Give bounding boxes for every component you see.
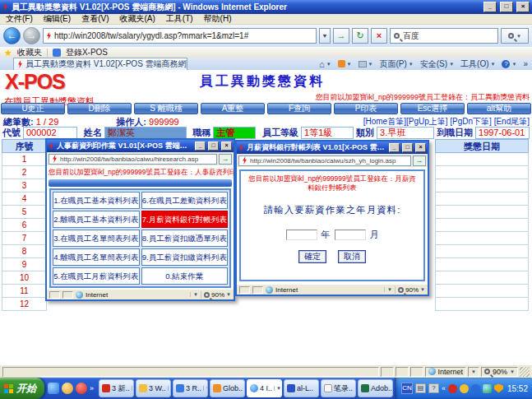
popup1-minimize-button[interactable]: _ (195, 142, 206, 151)
help-tray-icon[interactable]: ? (428, 383, 439, 393)
table-cell-empty[interactable] (435, 166, 529, 179)
quicklaunch-overflow-chevron[interactable]: » (90, 384, 94, 392)
table-row[interactable]: 4 (2, 193, 47, 206)
back-button[interactable]: ← (3, 27, 21, 44)
table-row[interactable]: 6 (2, 219, 47, 232)
table-cell-empty[interactable] (435, 245, 529, 258)
table-cell-empty[interactable] (435, 258, 529, 271)
taskbar-item-adobe[interactable]: Adob.. (358, 379, 393, 397)
query-button[interactable]: F查詢 (267, 103, 331, 114)
menu-item-5[interactable]: 5.在職員工月薪資料列表 (53, 267, 140, 285)
resigned-file-button[interactable]: S 離職檔 (134, 103, 198, 114)
taskbar-group-new[interactable]: 3 新..▼ (99, 379, 134, 397)
menu-item-2[interactable]: 2.離職員工基本資料列表 (53, 211, 140, 228)
table-row[interactable]: 10 (2, 271, 47, 285)
table-cell-empty[interactable] (435, 179, 529, 193)
esc-select-button[interactable]: Esc選擇 (400, 103, 465, 114)
table-cell-empty[interactable] (435, 193, 529, 206)
stop-button[interactable]: × (371, 28, 387, 44)
baidu-tray-icon[interactable] (471, 384, 480, 393)
popup2-address-field[interactable]: http://win2008/tw/banbiao/caiwu/szh_yh_l… (238, 155, 411, 166)
name-field[interactable]: 鄭潔英 (104, 127, 187, 139)
popup2-go-button[interactable]: → (413, 155, 426, 166)
home-button[interactable]: ⌂▼ (319, 59, 331, 69)
minimize-button[interactable]: _ (483, 2, 497, 12)
security-shield-tray-icon[interactable] (494, 384, 503, 393)
network-tray-icon[interactable] (483, 384, 492, 393)
maximize-button[interactable]: □ (500, 2, 513, 12)
search-button[interactable]: ▼ (501, 28, 529, 44)
messenger-quicklaunch-icon[interactable] (62, 383, 73, 394)
print-button[interactable]: ▼ (359, 61, 373, 67)
protected-mode-segment[interactable]: ▼ (190, 292, 198, 297)
table-row[interactable]: 11 (2, 285, 47, 298)
go-button[interactable]: → (333, 28, 349, 44)
feeds-button[interactable]: ▼ (338, 60, 352, 67)
toolbar-overflow-button[interactable]: » (523, 59, 528, 68)
safety-menu-button[interactable]: 安全(S)▼ (420, 58, 454, 70)
table-row[interactable]: 2 (2, 166, 47, 179)
address-bar[interactable]: http://win2008/tw/salary/ygydl.asp?mmark… (43, 28, 317, 44)
menu-item-7-selected[interactable]: 7.月薪資料銀行對帳列表 (141, 211, 229, 228)
tray-collapse-chevron[interactable]: « (442, 384, 446, 392)
search-input[interactable]: 百度 (390, 28, 498, 44)
popup1-address-field[interactable]: http://win2008/tw/banbiao/caiwu/hiresear… (49, 154, 217, 165)
start-button[interactable]: 开始 (0, 378, 44, 399)
menu-file[interactable]: 文件(F) (6, 13, 33, 25)
table-row[interactable]: 1 (2, 153, 47, 166)
table-cell-empty[interactable] (435, 206, 529, 219)
update-button[interactable]: U更正 (1, 103, 65, 114)
favorites-label[interactable]: 收藏夹 (17, 47, 42, 58)
taskbar-item-al[interactable]: al-L.. (284, 379, 319, 397)
ok-button[interactable]: 確定 (298, 250, 326, 263)
zoom-control[interactable]: 90% ▼ (481, 367, 518, 377)
tools-menu-button[interactable]: 工具(O)▼ (460, 58, 495, 70)
menu-edit[interactable]: 编辑(E) (44, 13, 71, 25)
menu-item-4[interactable]: 4.離職員工名單簡表列表 (53, 248, 140, 266)
taskbar-item-global[interactable]: Glob.. (210, 379, 245, 397)
taskbar-item-notes[interactable]: 笔录.. (321, 379, 356, 397)
title-field[interactable]: 主管 (213, 127, 256, 139)
year-input[interactable] (286, 230, 317, 240)
menu-item-8[interactable]: 8.員工薪資扣繳憑單列表 (141, 230, 229, 247)
popup1-go-button[interactable]: → (219, 154, 232, 165)
help-menu-button[interactable]: ?▼ (502, 60, 516, 68)
print-report-button[interactable]: P印表 (334, 103, 398, 114)
table-row[interactable]: 12 (2, 298, 47, 311)
qq-tray-icon[interactable] (448, 384, 457, 393)
popup1-maximize-button[interactable]: □ (208, 142, 219, 151)
resize-grip[interactable] (520, 367, 530, 377)
close-button[interactable]: × (516, 2, 530, 12)
table-cell-empty[interactable] (435, 232, 529, 245)
menu-item-3[interactable]: 3.在職員工名單簡表列表 (53, 230, 140, 247)
menu-item-0[interactable]: 0.結束作業 (141, 267, 229, 285)
language-indicator[interactable]: CN (401, 383, 413, 394)
favorite-link[interactable]: 登錄X-POS (66, 47, 108, 58)
month-input[interactable] (335, 230, 366, 240)
menu-favorites[interactable]: 收藏夹(A) (119, 13, 155, 25)
menu-help[interactable]: 帮助(H) (204, 13, 232, 25)
popup2-minimize-button[interactable]: _ (389, 143, 400, 152)
table-row[interactable]: 8 (2, 245, 47, 258)
table-cell-empty[interactable] (435, 285, 529, 298)
menu-item-1[interactable]: 1.在職員工基本資料列表 (53, 192, 140, 209)
alt-help-button[interactable]: alt幫助 (467, 103, 531, 114)
protected-mode-segment[interactable]: ▼ (384, 287, 392, 292)
cancel-button[interactable]: 取消 (338, 250, 366, 263)
table-row[interactable]: 7 (2, 232, 47, 245)
popup2-maximize-button[interactable]: □ (402, 143, 413, 152)
table-cell-empty[interactable] (435, 271, 529, 285)
popup1-close-button[interactable]: × (221, 142, 232, 151)
taskbar-group-ie-active[interactable]: 4 I..▼ (247, 379, 282, 397)
table-row[interactable]: 5 (2, 206, 47, 219)
delete-button[interactable]: D刪除 (67, 103, 132, 114)
table-cell-empty[interactable] (435, 298, 529, 311)
protected-mode-segment[interactable]: ▼ (468, 367, 479, 377)
table-cell-empty[interactable] (435, 219, 529, 232)
table-row[interactable]: 9 (2, 258, 47, 271)
taskbar-group-r[interactable]: 3 R..▼ (173, 379, 208, 397)
forward-button[interactable]: → (23, 27, 40, 44)
menu-tools[interactable]: 工具(T) (166, 13, 193, 25)
menu-item-9[interactable]: 9.員工薪資扣繳資料列表 (141, 248, 229, 266)
popup2-zoom-control[interactable]: 90%▼ (395, 286, 425, 294)
